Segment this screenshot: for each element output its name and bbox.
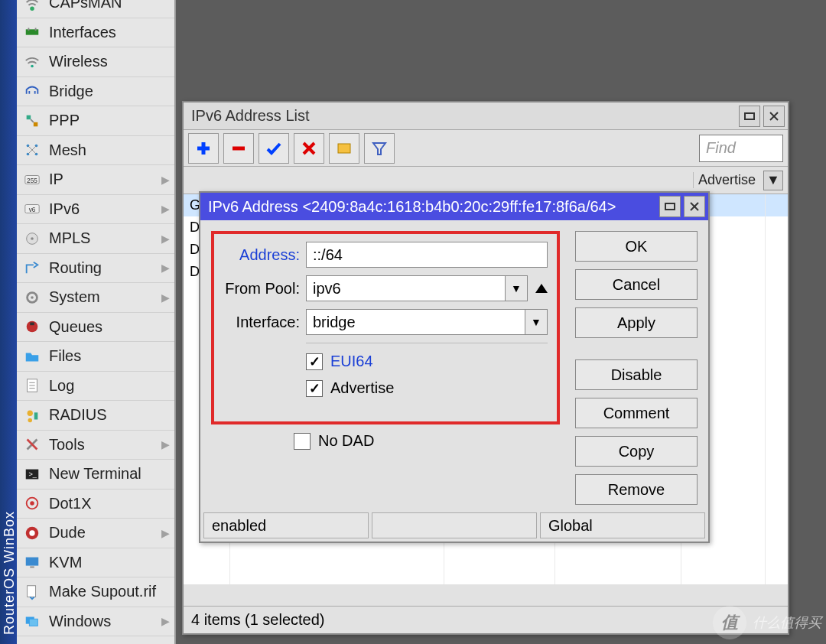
sidebar-item-label: MPLS: [49, 229, 161, 247]
svg-marker-55: [373, 143, 385, 154]
add-button[interactable]: [188, 133, 219, 164]
dialog-form: Address: ::/64 From Pool: ipv6 ▼ Interfa…: [211, 231, 560, 505]
sidebar-item-tools[interactable]: Tools▶: [17, 431, 174, 460]
sidebar-item-mpls[interactable]: MPLS▶: [17, 224, 174, 254]
disable-button[interactable]: Disable: [575, 359, 698, 390]
sidebar-item-label: Wireless: [49, 53, 170, 70]
sidebar-item-kvm[interactable]: KVM: [17, 548, 174, 578]
ppp-icon: [23, 112, 41, 130]
highlight-box: Address: ::/64 From Pool: ipv6 ▼ Interfa…: [211, 231, 560, 424]
svg-point-21: [31, 237, 34, 240]
svg-rect-32: [34, 412, 38, 419]
sidebar-item-label: Log: [49, 377, 170, 395]
sidebar: CAPsMANInterfacesWirelessBridgePPPMesh25…: [17, 0, 176, 644]
svg-rect-54: [338, 144, 350, 153]
interface-dropdown-icon[interactable]: ▼: [525, 309, 548, 335]
toolbar: Find: [184, 130, 788, 167]
svg-rect-42: [30, 567, 34, 568]
sidebar-item-label: Dude: [49, 524, 161, 542]
disable-button[interactable]: [294, 133, 324, 164]
from-pool-input[interactable]: ipv6: [306, 275, 506, 301]
queues-icon: [23, 317, 41, 336]
bridge-icon: [23, 82, 41, 100]
sidebar-item-ipv6[interactable]: v6IPv6▶: [17, 195, 174, 225]
sidebar-item-ppp[interactable]: PPP: [17, 106, 174, 136]
sidebar-item-label: KVM: [49, 554, 170, 571]
close-icon[interactable]: [763, 106, 785, 127]
capsman-icon: [23, 0, 41, 12]
sidebar-item-label: Bridge: [49, 83, 170, 100]
comment-button[interactable]: Comment: [575, 398, 698, 428]
sidebar-item-label: New Terminal: [49, 465, 170, 483]
column-advertise[interactable]: Advertise: [693, 172, 760, 188]
sidebar-item-label: CAPsMAN: [49, 0, 170, 11]
no-dad-checkbox[interactable]: [294, 433, 311, 450]
sidebar-item-radius[interactable]: RADIUS: [17, 401, 174, 431]
remove-button[interactable]: Remove: [575, 474, 698, 505]
dialog-titlebar[interactable]: IPv6 Address <2409:8a4c:1618:b4b0:20c:29…: [200, 193, 708, 220]
supout-icon: [23, 583, 41, 601]
column-menu-button[interactable]: ▼: [763, 171, 783, 190]
sidebar-item-bridge[interactable]: Bridge: [17, 77, 174, 107]
submenu-arrow-icon: ▶: [161, 262, 170, 274]
from-pool-dropdown-icon[interactable]: ▼: [505, 275, 528, 301]
close-icon[interactable]: [684, 196, 705, 217]
submenu-arrow-icon: ▶: [161, 233, 170, 245]
sidebar-item-log[interactable]: Log: [17, 372, 174, 402]
minimize-icon[interactable]: [739, 106, 760, 127]
eui64-checkbox[interactable]: [306, 353, 323, 370]
advertise-checkbox[interactable]: [306, 380, 323, 397]
comment-button[interactable]: [329, 133, 359, 164]
svg-point-31: [28, 418, 33, 422]
sidebar-item-queues[interactable]: Queues: [17, 313, 174, 343]
sidebar-item-windows[interactable]: Windows▶: [17, 607, 174, 637]
find-input[interactable]: Find: [699, 135, 783, 162]
svg-point-4: [31, 64, 34, 67]
sidebar-item-interfaces[interactable]: Interfaces: [17, 18, 174, 48]
sidebar-item-label: System: [49, 288, 161, 306]
sidebar-item-dude[interactable]: Dude▶: [17, 519, 174, 548]
sidebar-item-files[interactable]: Files: [17, 342, 174, 372]
sidebar-item-make-supout-rif[interactable]: Make Supout.rif: [17, 577, 174, 607]
sidebar-item-system[interactable]: System▶: [17, 283, 174, 313]
sidebar-item-mesh[interactable]: Mesh: [17, 136, 174, 166]
interface-input[interactable]: bridge: [306, 309, 525, 335]
svg-line-9: [31, 119, 34, 122]
remove-button[interactable]: [223, 133, 254, 164]
cancel-button[interactable]: Cancel: [575, 269, 698, 300]
svg-point-38: [30, 502, 34, 506]
sidebar-item-ip[interactable]: 255IP▶: [17, 165, 174, 195]
address-input[interactable]: ::/64: [306, 242, 548, 268]
routing-icon: [23, 259, 41, 277]
ok-button[interactable]: OK: [575, 231, 698, 262]
dot1x-icon: [23, 494, 41, 512]
enable-button[interactable]: [259, 133, 289, 164]
sidebar-item-label: Windows: [49, 613, 161, 630]
remove-from-pool-icon[interactable]: [535, 284, 548, 293]
sidebar-item-label: IPv6: [49, 200, 161, 218]
dude-icon: [23, 524, 41, 542]
apply-button[interactable]: Apply: [575, 307, 698, 338]
sidebar-item-routing[interactable]: Routing▶: [17, 254, 174, 284]
terminal-icon: >_: [23, 465, 41, 483]
copy-button[interactable]: Copy: [575, 436, 698, 467]
svg-rect-3: [35, 28, 37, 31]
watermark: 值 什么值得买: [713, 606, 821, 639]
sidebar-item-dot1x[interactable]: Dot1X: [17, 490, 174, 519]
radius-icon: [23, 406, 41, 424]
filter-button[interactable]: [364, 133, 395, 164]
svg-rect-43: [28, 586, 36, 597]
status-bar: 4 items (1 selected): [184, 606, 788, 633]
ipv6-icon: v6: [23, 200, 41, 218]
label-from-pool: From Pool:: [223, 280, 300, 298]
minimize-icon[interactable]: [659, 196, 681, 217]
svg-point-40: [29, 530, 34, 535]
sidebar-item-capsman[interactable]: CAPsMAN: [17, 0, 174, 18]
svg-point-0: [30, 6, 34, 11]
label-no-dad: No DAD: [318, 432, 374, 450]
label-address: Address:: [223, 246, 300, 264]
interfaces-icon: [23, 23, 41, 41]
sidebar-item-new-terminal[interactable]: >_New Terminal: [17, 460, 174, 490]
wireless-icon: [23, 53, 41, 71]
sidebar-item-wireless[interactable]: Wireless: [17, 47, 174, 77]
